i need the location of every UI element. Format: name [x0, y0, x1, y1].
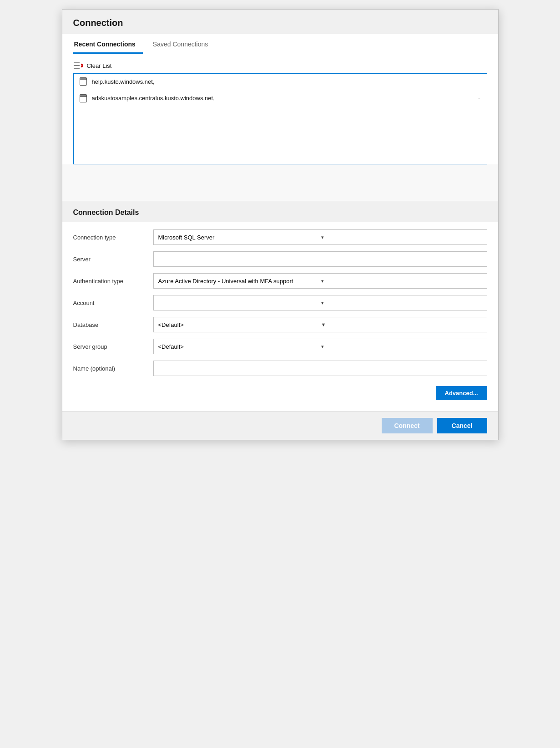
advanced-row: Advanced...	[73, 382, 487, 404]
list-item[interactable]: adskustosamples.centralus.kusto.windows.…	[74, 90, 487, 107]
tab-recent-connections[interactable]: Recent Connections	[73, 34, 143, 54]
db-icon-2	[79, 94, 87, 102]
account-label: Account	[73, 300, 146, 306]
database-select[interactable]: <Default> ▼	[153, 317, 487, 332]
connection-type-label: Connection type	[73, 234, 146, 241]
tabs-section: Recent Connections Saved Connections	[62, 34, 498, 54]
auth-type-row: Authentication type Azure Active Directo…	[73, 273, 487, 289]
name-label: Name (optional)	[73, 365, 146, 372]
advanced-button[interactable]: Advanced...	[436, 386, 487, 400]
clear-list-label: Clear List	[87, 62, 112, 69]
account-select[interactable]: ▾	[153, 295, 487, 310]
chevron-down-icon: ▾	[321, 300, 482, 306]
auth-type-select[interactable]: Azure Active Directory - Universal with …	[153, 273, 487, 289]
server-input[interactable]	[153, 251, 487, 267]
db-icon-1	[79, 77, 87, 86]
name-row: Name (optional)	[73, 361, 487, 376]
tabs: Recent Connections Saved Connections	[73, 34, 487, 54]
title-bar: Connection	[62, 10, 498, 34]
list-item[interactable]: help.kusto.windows.net,	[74, 74, 487, 90]
clear-list-icon	[73, 61, 83, 70]
dialog-title: Connection	[73, 18, 123, 28]
account-row: Account ▾	[73, 295, 487, 310]
clear-list-button[interactable]: Clear List	[73, 58, 487, 73]
server-group-row: Server group <Default> ▾	[73, 339, 487, 354]
server-row: Server	[73, 251, 487, 267]
server-group-label: Server group	[73, 343, 146, 350]
connection-type-select[interactable]: Microsoft SQL Server ▾	[153, 229, 487, 245]
database-row: Database <Default> ▼	[73, 317, 487, 332]
chevron-down-filled-icon: ▼	[321, 322, 482, 327]
connection-details-section: Connection Details Connection type Micro…	[62, 201, 498, 411]
tab-saved-connections[interactable]: Saved Connections	[152, 34, 215, 54]
connections-list: help.kusto.windows.net, adskustosamples.…	[73, 73, 487, 164]
form-section: Connection type Microsoft SQL Server ▾ S…	[62, 222, 498, 411]
connection-dialog: Connection Recent Connections Saved Conn…	[62, 9, 499, 440]
cancel-button[interactable]: Cancel	[437, 418, 487, 433]
chevron-down-icon: ▾	[321, 344, 482, 350]
spacer	[62, 164, 498, 201]
database-label: Database	[73, 321, 146, 328]
chevron-down-icon: ▾	[321, 278, 482, 284]
connection-ellipsis-2: ·	[478, 93, 481, 103]
connection-name-2: adskustosamples.centralus.kusto.windows.…	[92, 95, 215, 102]
dialog-footer: Connect Cancel	[62, 411, 498, 440]
connection-details-header: Connection Details	[62, 201, 498, 222]
connection-details-title: Connection Details	[73, 209, 139, 216]
connections-list-section: Clear List help.kusto.windows.net, adsku…	[62, 54, 498, 164]
server-group-select[interactable]: <Default> ▾	[153, 339, 487, 354]
chevron-down-icon: ▾	[321, 234, 482, 240]
connection-type-row: Connection type Microsoft SQL Server ▾	[73, 229, 487, 245]
auth-type-label: Authentication type	[73, 278, 146, 285]
connect-button[interactable]: Connect	[382, 418, 433, 433]
name-input[interactable]	[153, 361, 487, 376]
connection-name-1: help.kusto.windows.net,	[92, 78, 155, 85]
server-label: Server	[73, 256, 146, 263]
